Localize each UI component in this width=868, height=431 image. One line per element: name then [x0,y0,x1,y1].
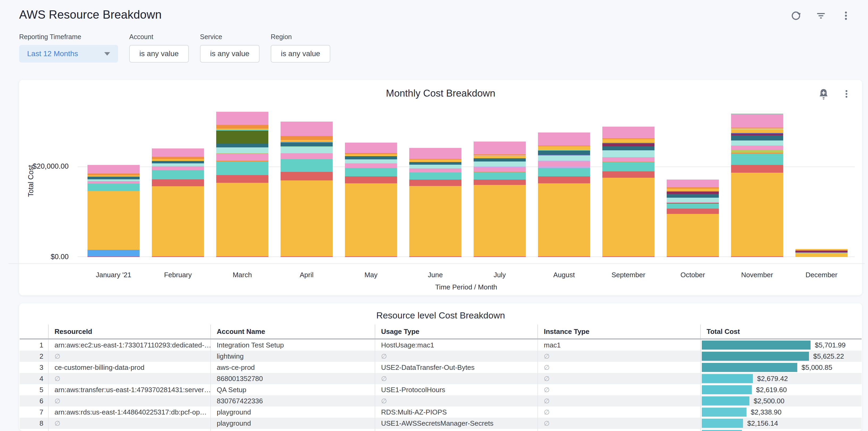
stacked-bar-august[interactable] [538,132,590,257]
bar-segment-teal [345,168,397,176]
cell-account-name[interactable]: Integration Test Setup [211,339,375,351]
filter-icon[interactable] [815,9,827,22]
cell-total-cost[interactable]: $2,500.00 [701,395,862,406]
stacked-bar-march[interactable] [216,112,268,257]
cell-resource-id[interactable]: ∅ [49,351,211,362]
bar-segment-darkteal [667,194,719,198]
cell-usage-type[interactable]: ∅ [375,373,538,384]
cell-account-name[interactable]: 868001352780 [211,373,375,384]
cell-total-cost[interactable]: $5,625.22 [701,351,862,362]
cell-total-cost[interactable]: $2,619.60 [701,384,862,395]
stacked-bar-october[interactable] [667,180,719,257]
row-number: 9 [20,429,49,431]
bar-segment-orange [88,174,140,175]
cell-total-cost[interactable] [701,429,862,431]
cell-usage-type[interactable]: HostUsage:mac1 [375,339,538,351]
cost-value: $5,000.85 [802,363,832,372]
region-filter-box[interactable]: is any value [271,45,330,63]
bar-segment-magenta [281,256,333,257]
bar-segment-darkteal [281,143,333,146]
cell-resource-id[interactable]: arn:aws:rds:us-east-1:448640225317:db:pc… [49,406,211,418]
cell-resource-id[interactable]: ∅ [49,373,211,384]
cell-resource-id[interactable]: ce-customer-billing-data-prod [49,362,211,373]
stacked-bar-september[interactable] [602,127,654,257]
stacked-bar-april[interactable] [281,122,333,257]
cell-account-name[interactable]: 830767422336 [211,395,375,406]
stacked-bar-june[interactable] [409,148,461,257]
cell-usage-type[interactable]: ∅ [375,351,538,362]
bar-segment-yellow [409,186,461,256]
bar-segment-yellow [667,214,719,256]
refresh-icon[interactable] [790,9,802,22]
x-axis-label: June [403,271,467,279]
cell-total-cost[interactable]: $2,156.14 [701,418,862,429]
cell-usage-type[interactable]: USE1-AWSSecretsManager-Secrets [375,418,538,429]
table-header-row: ResourceIdAccount NameUsage TypeInstance… [20,325,862,339]
bar-segment-red [538,176,590,183]
cell-account-name[interactable]: playground [211,406,375,418]
cell-usage-type[interactable]: USE2-DataTransfer-Out-Bytes [375,362,538,373]
cell-instance-type[interactable]: ∅ [538,362,701,373]
bar-segment-yellow [538,146,590,150]
cell-resource-id[interactable]: ∅ [49,418,211,429]
timeframe-dropdown[interactable]: Last 12 Months [19,45,118,63]
stacked-bar-november[interactable] [731,114,783,257]
cell-usage-type[interactable]: RDS:Multi-AZ-PIOPS [375,406,538,418]
row-number: 7 [20,406,49,418]
cell-resource-id[interactable] [49,429,211,431]
cell-total-cost[interactable]: $5,000.85 [701,362,862,373]
null-value: ∅ [55,352,60,360]
bar-segment-magenta [602,256,654,257]
cell-total-cost[interactable]: $2,679.42 [701,373,862,384]
cell-usage-type[interactable]: ∅ [375,395,538,406]
y-tick-0: $0.00 [25,253,69,261]
cell-instance-type[interactable]: ∅ [538,418,701,429]
stacked-bar-december[interactable] [796,249,847,257]
cell-total-cost[interactable]: $2,338.90 [701,406,862,418]
cell-instance-type[interactable]: ∅ [538,406,701,418]
cell-instance-type[interactable]: ∅ [538,351,701,362]
row-number: 8 [20,418,49,429]
stacked-bar-july[interactable] [474,142,526,257]
column-header-usage-type[interactable]: Usage Type [375,325,538,339]
bar-segment-yellow [796,253,847,257]
account-filter-box[interactable]: is any value [129,45,189,63]
cell-instance-type[interactable]: mac1 [538,339,701,351]
cell-usage-type[interactable] [375,429,538,431]
more-options-icon[interactable] [840,9,852,22]
cell-instance-type[interactable]: ∅ [538,384,701,395]
cell-usage-type[interactable]: USE1-ProtocolHours [375,384,538,395]
stacked-bar-may[interactable] [345,143,397,257]
bar-segment-lightteal [281,147,333,153]
column-header-resourceid[interactable]: ResourceId [49,325,211,339]
cell-account-name[interactable]: lightwing [211,351,375,362]
cell-account-name[interactable] [211,429,375,431]
bar-segment-magenta [152,256,204,257]
bar-segment-lightgreen [731,150,783,153]
cell-total-cost[interactable]: $5,701.99 [701,339,862,351]
cell-instance-type[interactable]: ∅ [538,395,701,406]
null-value: ∅ [55,397,60,405]
cell-instance-type[interactable]: ∅ [538,373,701,384]
column-header-account-name[interactable]: Account Name [211,325,375,339]
column-header-total-cost[interactable]: Total Cost [701,325,862,339]
bar-segment-pink [538,161,590,166]
bar-segment-yellow [474,156,526,158]
cell-resource-id[interactable]: ∅ [49,395,211,406]
table-row: 9 [20,429,862,431]
cost-data-bar [702,385,752,394]
bar-segment-red [667,209,719,214]
y-tick-20000: $20,000.00 [25,162,69,171]
bar-segment-yellow [281,140,333,142]
cell-account-name[interactable]: playground [211,418,375,429]
service-filter-box[interactable]: is any value [200,45,259,63]
cell-account-name[interactable]: QA Setup [211,384,375,395]
cell-resource-id[interactable]: arn:aws:ec2:us-east-1:733017110293:dedic… [49,339,211,351]
cell-account-name[interactable]: aws-ce-prod [211,362,375,373]
cell-instance-type[interactable] [538,429,701,431]
cell-resource-id[interactable]: arn:aws:transfer:us-east-1:479370281431:… [49,384,211,395]
bar-segment-teal [281,159,333,172]
stacked-bar-january-21[interactable] [88,165,140,257]
stacked-bar-february[interactable] [152,149,204,257]
column-header-instance-type[interactable]: Instance Type [538,325,701,339]
